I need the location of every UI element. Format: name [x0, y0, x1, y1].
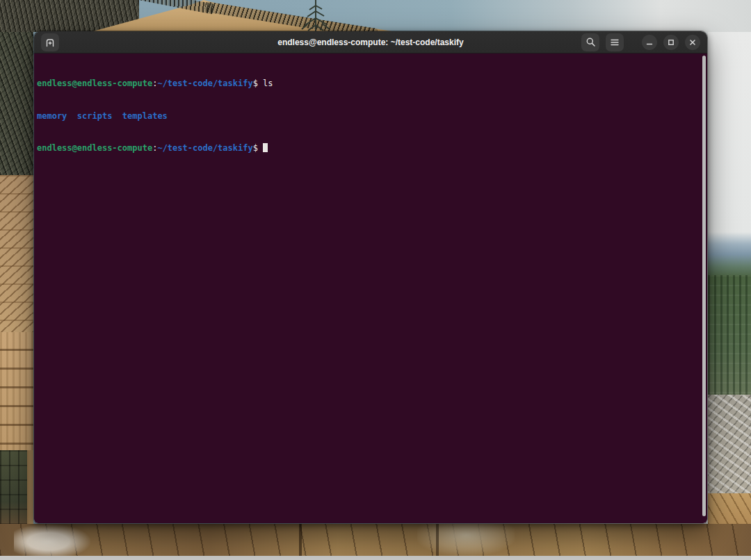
terminal-line-prompt: endless@endless-compute:~/test-code/task…	[37, 143, 700, 154]
wallpaper-wall-twigs	[0, 32, 33, 175]
dir-entry: templates	[122, 111, 168, 121]
wallpaper-wall-shingles	[0, 175, 33, 332]
wallpaper-post	[299, 524, 302, 556]
terminal-window: endless@endless-compute: ~/test-code/tas…	[33, 31, 708, 524]
new-tab-icon	[45, 37, 56, 48]
terminal-line-prompt-command: endless@endless-compute:~/test-code/task…	[37, 79, 700, 90]
typed-command: ls	[263, 79, 273, 88]
maximize-icon	[667, 38, 675, 47]
wallpaper-bottom-edge	[0, 556, 751, 560]
wallpaper-light-sky	[708, 32, 751, 232]
prompt-path: ~/test-code/taskify	[157, 79, 252, 88]
wallpaper-pine-forest	[708, 275, 751, 395]
terminal-titlebar[interactable]: endless@endless-compute: ~/test-code/tas…	[34, 31, 707, 53]
wallpaper-wall-moss-shingles	[0, 450, 33, 524]
terminal-scrollbar[interactable]	[702, 56, 706, 516]
wallpaper-wood-post	[27, 450, 33, 524]
terminal-cursor	[263, 143, 268, 152]
wallpaper-wood-carvings	[0, 524, 751, 556]
terminal-content[interactable]: endless@endless-compute:~/test-code/task…	[34, 53, 707, 524]
prompt-symbol: $	[253, 143, 258, 153]
wallpaper-stone-carving	[417, 524, 515, 556]
wallpaper-valley	[708, 32, 751, 524]
dir-entry: scripts	[77, 111, 113, 121]
search-icon	[586, 37, 596, 47]
menu-button[interactable]	[606, 33, 624, 51]
maximize-button[interactable]	[663, 35, 679, 50]
wallpaper-white-carving	[14, 524, 90, 556]
prompt-user-host: endless@endless-compute	[37, 143, 152, 153]
new-tab-button[interactable]	[41, 33, 59, 51]
prompt-path: ~/test-code/taskify	[157, 143, 252, 153]
terminal-line-ls-output: memoryscriptstemplates	[37, 111, 700, 122]
hamburger-menu-icon	[610, 38, 620, 47]
minimize-icon	[645, 38, 654, 47]
wallpaper-wood-object	[708, 493, 751, 524]
wallpaper-wall-beams	[0, 332, 33, 450]
dir-entry: memory	[37, 111, 67, 121]
wallpaper-plank-lines	[0, 524, 751, 556]
wallpaper-hut-wall	[0, 32, 33, 524]
wallpaper-mountain-ridge	[708, 232, 751, 275]
wallpaper-post	[436, 524, 439, 556]
prompt-user-host: endless@endless-compute	[37, 79, 152, 88]
close-button[interactable]	[685, 35, 700, 50]
search-button[interactable]	[581, 33, 599, 51]
prompt-symbol: $	[253, 79, 258, 88]
wallpaper-pine-tree	[299, 0, 332, 32]
close-icon	[688, 38, 697, 47]
minimize-button[interactable]	[642, 35, 657, 50]
wallpaper-rock-scree	[708, 395, 751, 493]
